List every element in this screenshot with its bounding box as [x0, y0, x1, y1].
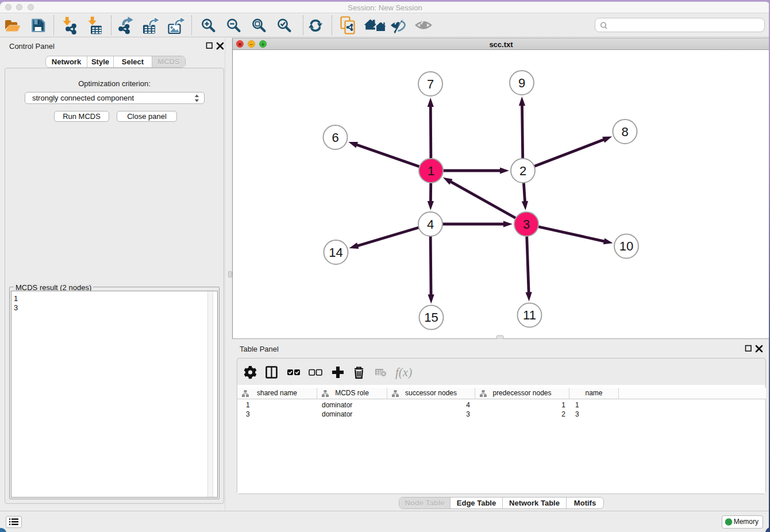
svg-text:4: 4 [427, 217, 434, 232]
svg-text:2: 2 [519, 164, 526, 178]
svg-text:1: 1 [428, 164, 434, 178]
svg-text:9: 9 [518, 76, 525, 90]
svg-text:7: 7 [427, 77, 434, 91]
svg-text:6: 6 [332, 130, 338, 145]
svg-text:3: 3 [523, 217, 530, 232]
svg-text:10: 10 [619, 239, 633, 253]
svg-text:f(x): f(x) [395, 365, 412, 379]
svg-text:15: 15 [424, 310, 438, 325]
svg-text:14: 14 [329, 245, 342, 260]
svg-text:11: 11 [523, 308, 536, 322]
svg-text:8: 8 [621, 125, 628, 139]
